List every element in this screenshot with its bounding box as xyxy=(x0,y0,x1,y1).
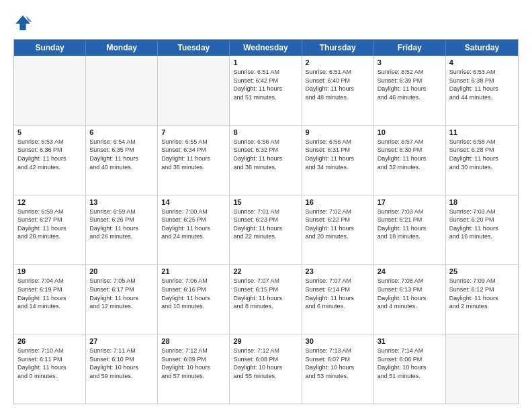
calendar-cell: 20Sunrise: 7:05 AM Sunset: 6:17 PM Dayli… xyxy=(86,265,158,334)
calendar-cell: 21Sunrise: 7:06 AM Sunset: 6:16 PM Dayli… xyxy=(158,265,230,334)
calendar-cell: 10Sunrise: 6:57 AM Sunset: 6:30 PM Dayli… xyxy=(374,126,446,195)
cell-text: Sunrise: 6:59 AM Sunset: 6:26 PM Dayligh… xyxy=(89,208,154,241)
cell-text: Sunrise: 7:00 AM Sunset: 6:25 PM Dayligh… xyxy=(161,208,226,241)
day-number: 9 xyxy=(306,128,370,136)
day-number: 13 xyxy=(89,198,154,206)
calendar-cell xyxy=(446,334,518,404)
day-number: 22 xyxy=(233,267,298,275)
day-number: 16 xyxy=(306,198,370,206)
day-number: 20 xyxy=(89,267,154,275)
day-number: 14 xyxy=(161,198,226,206)
day-number: 15 xyxy=(233,198,298,206)
day-number: 5 xyxy=(17,128,82,136)
cell-text: Sunrise: 7:12 AM Sunset: 6:09 PM Dayligh… xyxy=(161,347,226,380)
calendar-cell: 26Sunrise: 7:10 AM Sunset: 6:11 PM Dayli… xyxy=(14,334,86,404)
calendar-cell: 6Sunrise: 6:54 AM Sunset: 6:35 PM Daylig… xyxy=(86,126,158,195)
cell-text: Sunrise: 6:56 AM Sunset: 6:31 PM Dayligh… xyxy=(306,138,370,171)
cell-text: Sunrise: 7:12 AM Sunset: 6:08 PM Dayligh… xyxy=(233,347,298,380)
cell-text: Sunrise: 7:02 AM Sunset: 6:22 PM Dayligh… xyxy=(306,208,370,241)
day-number: 24 xyxy=(378,267,442,275)
cell-text: Sunrise: 7:08 AM Sunset: 6:13 PM Dayligh… xyxy=(378,277,442,310)
cell-text: Sunrise: 6:54 AM Sunset: 6:35 PM Dayligh… xyxy=(89,138,154,171)
calendar-cell: 5Sunrise: 6:53 AM Sunset: 6:36 PM Daylig… xyxy=(14,126,86,195)
day-number: 30 xyxy=(306,337,370,345)
day-number: 12 xyxy=(17,198,82,206)
page: SundayMondayTuesdayWednesdayThursdayFrid… xyxy=(0,0,532,411)
cell-text: Sunrise: 7:06 AM Sunset: 6:16 PM Dayligh… xyxy=(161,277,226,310)
day-number: 25 xyxy=(449,267,515,275)
weekday-header: Monday xyxy=(86,40,158,56)
cell-text: Sunrise: 7:07 AM Sunset: 6:15 PM Dayligh… xyxy=(233,277,298,310)
day-number: 2 xyxy=(306,58,370,66)
calendar-cell: 27Sunrise: 7:11 AM Sunset: 6:10 PM Dayli… xyxy=(86,334,158,404)
calendar-row: 12Sunrise: 6:59 AM Sunset: 6:27 PM Dayli… xyxy=(14,195,518,265)
day-number: 1 xyxy=(233,58,298,66)
cell-text: Sunrise: 7:14 AM Sunset: 6:06 PM Dayligh… xyxy=(378,347,442,380)
calendar: SundayMondayTuesdayWednesdayThursdayFrid… xyxy=(13,39,519,404)
calendar-row: 19Sunrise: 7:04 AM Sunset: 6:19 PM Dayli… xyxy=(14,264,518,334)
cell-text: Sunrise: 6:58 AM Sunset: 6:28 PM Dayligh… xyxy=(449,138,515,171)
cell-text: Sunrise: 7:07 AM Sunset: 6:14 PM Dayligh… xyxy=(306,277,370,310)
cell-text: Sunrise: 6:57 AM Sunset: 6:30 PM Dayligh… xyxy=(378,138,442,171)
calendar-cell: 31Sunrise: 7:14 AM Sunset: 6:06 PM Dayli… xyxy=(374,334,446,404)
cell-text: Sunrise: 7:04 AM Sunset: 6:19 PM Dayligh… xyxy=(17,277,82,310)
day-number: 23 xyxy=(306,267,370,275)
cell-text: Sunrise: 6:51 AM Sunset: 6:42 PM Dayligh… xyxy=(233,68,298,101)
cell-text: Sunrise: 6:52 AM Sunset: 6:39 PM Dayligh… xyxy=(378,68,442,101)
header xyxy=(13,12,519,32)
cell-text: Sunrise: 7:03 AM Sunset: 6:21 PM Dayligh… xyxy=(378,208,442,241)
day-number: 21 xyxy=(161,267,226,275)
cell-text: Sunrise: 7:11 AM Sunset: 6:10 PM Dayligh… xyxy=(89,347,154,380)
calendar-cell: 11Sunrise: 6:58 AM Sunset: 6:28 PM Dayli… xyxy=(446,126,518,195)
cell-text: Sunrise: 6:55 AM Sunset: 6:34 PM Dayligh… xyxy=(161,138,226,171)
logo xyxy=(13,12,35,32)
weekday-header: Wednesday xyxy=(230,40,302,56)
calendar-cell: 13Sunrise: 6:59 AM Sunset: 6:26 PM Dayli… xyxy=(86,195,158,265)
calendar-cell: 4Sunrise: 6:53 AM Sunset: 6:38 PM Daylig… xyxy=(446,56,518,125)
calendar-cell: 30Sunrise: 7:13 AM Sunset: 6:07 PM Dayli… xyxy=(302,334,374,404)
calendar-cell: 3Sunrise: 6:52 AM Sunset: 6:39 PM Daylig… xyxy=(374,56,446,125)
calendar-cell: 19Sunrise: 7:04 AM Sunset: 6:19 PM Dayli… xyxy=(14,265,86,334)
calendar-header: SundayMondayTuesdayWednesdayThursdayFrid… xyxy=(14,40,518,56)
cell-text: Sunrise: 6:59 AM Sunset: 6:27 PM Dayligh… xyxy=(17,208,82,241)
weekday-header: Saturday xyxy=(446,40,518,56)
cell-text: Sunrise: 6:51 AM Sunset: 6:40 PM Dayligh… xyxy=(306,68,370,101)
calendar-row: 5Sunrise: 6:53 AM Sunset: 6:36 PM Daylig… xyxy=(14,125,518,195)
day-number: 7 xyxy=(161,128,226,136)
cell-text: Sunrise: 7:01 AM Sunset: 6:23 PM Dayligh… xyxy=(233,208,298,241)
calendar-cell: 25Sunrise: 7:09 AM Sunset: 6:12 PM Dayli… xyxy=(446,265,518,334)
calendar-cell xyxy=(158,56,230,125)
calendar-cell: 12Sunrise: 6:59 AM Sunset: 6:27 PM Dayli… xyxy=(14,195,86,265)
calendar-row: 1Sunrise: 6:51 AM Sunset: 6:42 PM Daylig… xyxy=(14,56,518,125)
day-number: 18 xyxy=(449,198,515,206)
day-number: 19 xyxy=(17,267,82,275)
calendar-cell: 16Sunrise: 7:02 AM Sunset: 6:22 PM Dayli… xyxy=(302,195,374,265)
calendar-cell: 29Sunrise: 7:12 AM Sunset: 6:08 PM Dayli… xyxy=(230,334,302,404)
calendar-cell: 23Sunrise: 7:07 AM Sunset: 6:14 PM Dayli… xyxy=(302,265,374,334)
calendar-cell xyxy=(14,56,86,125)
logo-icon xyxy=(13,13,32,32)
day-number: 26 xyxy=(17,337,82,345)
cell-text: Sunrise: 7:09 AM Sunset: 6:12 PM Dayligh… xyxy=(449,277,515,310)
calendar-cell: 17Sunrise: 7:03 AM Sunset: 6:21 PM Dayli… xyxy=(374,195,446,265)
day-number: 28 xyxy=(161,337,226,345)
calendar-cell: 18Sunrise: 7:03 AM Sunset: 6:20 PM Dayli… xyxy=(446,195,518,265)
calendar-cell: 15Sunrise: 7:01 AM Sunset: 6:23 PM Dayli… xyxy=(230,195,302,265)
calendar-cell: 7Sunrise: 6:55 AM Sunset: 6:34 PM Daylig… xyxy=(158,126,230,195)
day-number: 6 xyxy=(89,128,154,136)
calendar-body: 1Sunrise: 6:51 AM Sunset: 6:42 PM Daylig… xyxy=(14,56,518,404)
weekday-header: Tuesday xyxy=(158,40,230,56)
weekday-header: Thursday xyxy=(302,40,374,56)
day-number: 29 xyxy=(233,337,298,345)
weekday-header: Friday xyxy=(374,40,446,56)
calendar-row: 26Sunrise: 7:10 AM Sunset: 6:11 PM Dayli… xyxy=(14,334,518,404)
calendar-cell: 9Sunrise: 6:56 AM Sunset: 6:31 PM Daylig… xyxy=(302,126,374,195)
calendar-cell: 2Sunrise: 6:51 AM Sunset: 6:40 PM Daylig… xyxy=(302,56,374,125)
calendar-cell: 22Sunrise: 7:07 AM Sunset: 6:15 PM Dayli… xyxy=(230,265,302,334)
cell-text: Sunrise: 6:53 AM Sunset: 6:36 PM Dayligh… xyxy=(17,138,82,171)
cell-text: Sunrise: 6:56 AM Sunset: 6:32 PM Dayligh… xyxy=(233,138,298,171)
calendar-cell: 28Sunrise: 7:12 AM Sunset: 6:09 PM Dayli… xyxy=(158,334,230,404)
cell-text: Sunrise: 6:53 AM Sunset: 6:38 PM Dayligh… xyxy=(449,68,515,101)
day-number: 10 xyxy=(378,128,442,136)
day-number: 8 xyxy=(233,128,298,136)
